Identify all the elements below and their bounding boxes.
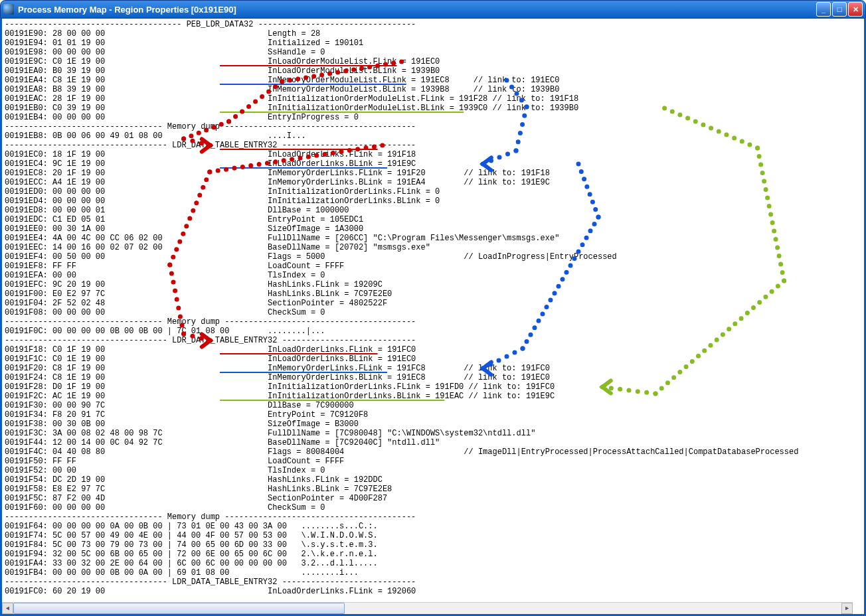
minimize-button[interactable]: _ <box>816 2 831 17</box>
scroll-left-arrow[interactable]: ◄ <box>2 603 13 614</box>
scroll-thumb[interactable] <box>13 603 345 614</box>
maximize-button[interactable]: □ <box>832 2 847 17</box>
window-title: Process Memory Map - Region Properties [… <box>18 5 816 15</box>
app-icon <box>3 4 14 15</box>
horizontal-scrollbar[interactable]: ◄ ► <box>2 602 853 614</box>
content-area: ------------------------------------- PE… <box>0 19 866 616</box>
scroll-track[interactable] <box>13 603 841 614</box>
window-titlebar: Process Memory Map - Region Properties [… <box>0 0 866 19</box>
close-button[interactable]: ✕ <box>848 2 863 17</box>
window-controls: _ □ ✕ <box>816 2 863 17</box>
memory-dump-scroll[interactable]: ------------------------------------- PE… <box>2 19 864 602</box>
scroll-right-arrow[interactable]: ► <box>841 603 853 614</box>
hex-dump-text[interactable]: ------------------------------------- PE… <box>2 19 864 597</box>
